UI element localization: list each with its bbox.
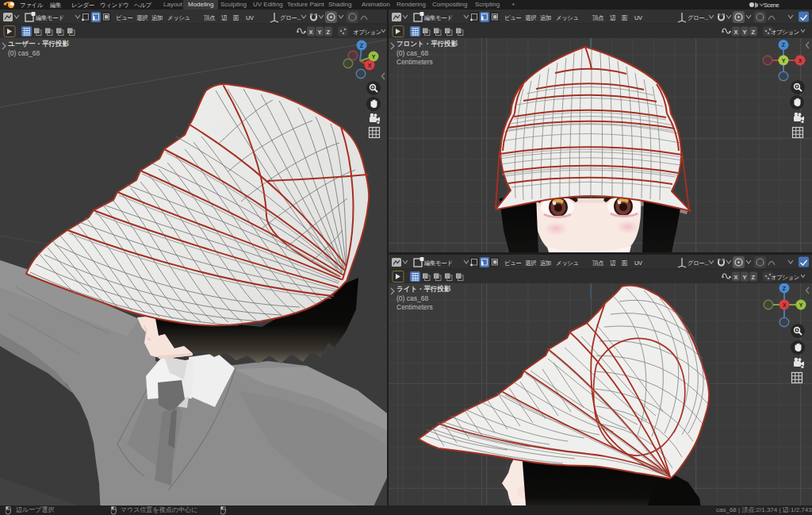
- svg-text:Y: Y: [782, 58, 786, 63]
- svg-text:頂点: 頂点: [204, 14, 216, 21]
- svg-text:頂点: 頂点: [592, 259, 604, 267]
- svg-text:選択: 選択: [525, 14, 537, 21]
- svg-text:Z: Z: [783, 286, 787, 291]
- svg-text:Y: Y: [743, 29, 747, 36]
- svg-text:追加: 追加: [540, 14, 551, 21]
- svg-text:オプション: オプション: [771, 274, 799, 281]
- svg-text:追加: 追加: [151, 14, 163, 21]
- svg-text:辺: 辺: [610, 14, 616, 21]
- svg-text:辺: 辺: [610, 259, 616, 267]
- svg-text:ビュー: ビュー: [116, 14, 132, 21]
- svg-text:メッシュ: メッシュ: [556, 259, 579, 267]
- svg-text:X: X: [734, 29, 738, 36]
- svg-text:Y: Y: [799, 302, 803, 308]
- svg-text:X: X: [368, 63, 372, 68]
- svg-text:グロー...: グロー...: [280, 14, 301, 21]
- svg-text:選択: 選択: [525, 259, 537, 267]
- svg-text:X: X: [799, 58, 802, 63]
- svg-text:UV: UV: [634, 14, 642, 21]
- svg-text:編集モード: 編集モード: [423, 259, 452, 267]
- svg-text:メッシュ: メッシュ: [167, 14, 190, 21]
- svg-text:グロー...: グロー...: [688, 259, 709, 267]
- svg-text:メッシュ: メッシュ: [556, 14, 579, 21]
- svg-text:Y: Y: [743, 274, 747, 281]
- svg-text:UV: UV: [246, 14, 254, 21]
- svg-text:X: X: [783, 302, 787, 308]
- svg-text:UV: UV: [634, 259, 642, 267]
- svg-text:面: 面: [621, 259, 628, 267]
- svg-text:編集モード: 編集モード: [423, 14, 452, 21]
- svg-text:Z: Z: [327, 29, 331, 36]
- svg-text:オプション: オプション: [771, 29, 799, 36]
- svg-text:面: 面: [621, 14, 628, 21]
- svg-text:オプション: オプション: [353, 29, 381, 36]
- svg-text:X: X: [734, 274, 738, 281]
- svg-text:選択: 選択: [136, 14, 148, 21]
- svg-text:Y: Y: [318, 29, 322, 36]
- svg-text:ビュー: ビュー: [504, 14, 521, 21]
- svg-text:辺: 辺: [221, 14, 228, 21]
- svg-text:グロー...: グロー...: [688, 14, 709, 21]
- svg-text:ビュー: ビュー: [504, 259, 521, 267]
- svg-text:Z: Z: [360, 43, 364, 48]
- svg-text:追加: 追加: [540, 259, 551, 267]
- svg-text:面: 面: [232, 14, 239, 21]
- svg-text:X: X: [309, 29, 313, 36]
- svg-text:Z: Z: [782, 42, 786, 48]
- svg-text:頂点: 頂点: [592, 14, 604, 21]
- svg-text:Z: Z: [752, 29, 756, 36]
- svg-text:Z: Z: [752, 274, 756, 281]
- svg-text:編集モード: 編集モード: [35, 14, 63, 21]
- svg-text:Y: Y: [372, 54, 376, 60]
